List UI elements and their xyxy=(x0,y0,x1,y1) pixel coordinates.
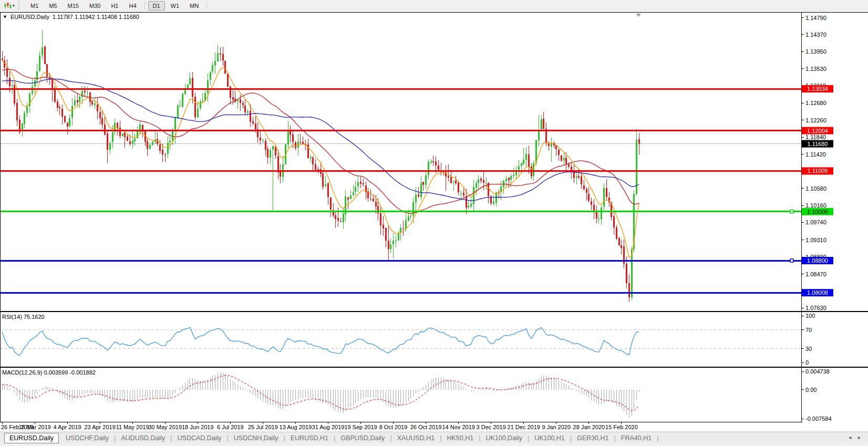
price-tick-label: 1.11840 xyxy=(805,134,826,140)
rsi-panel-divider[interactable] xyxy=(0,311,868,312)
timeframe-button-H4[interactable]: H4 xyxy=(124,1,141,11)
macd-indicator-label: MACD(12,26,9) 0.003599 -0.001882 xyxy=(2,369,96,376)
price-tick-label: 1.13950 xyxy=(805,48,826,55)
chart-title: ▼ EURUSD,Daily 1.11787 1.11942 1.11408 1… xyxy=(3,14,139,20)
price-line-label-text: 1.08800 xyxy=(807,257,828,264)
date-tick-label: 19 Sep 2019 xyxy=(344,424,377,430)
timeframe-button-M15[interactable]: M15 xyxy=(63,1,84,11)
rsi-tick-label: 30 xyxy=(805,346,812,352)
chart-tab-EURUSD-H1[interactable]: EURUSD,H1 xyxy=(286,433,333,443)
price-tick-label: 1.08470 xyxy=(805,271,826,277)
date-tick-label: 3 Dec 2019 xyxy=(477,424,506,430)
chart-tab-USDCNH-Daily[interactable]: USDCNH,Daily xyxy=(229,433,283,443)
date-tick-label: 31 Aug 2019 xyxy=(312,424,345,430)
date-tick-label: 6 Jul 2019 xyxy=(217,424,244,430)
date-tick-label: 18 Jun 2019 xyxy=(182,424,214,430)
chart-tab-FRA40-H1[interactable]: FRA40,H1 xyxy=(616,433,656,443)
top-toolbar: ▾ M1M5M15M30H1H4D1W1MN xyxy=(0,0,868,11)
date-tick-label: 30 May 2019 xyxy=(148,424,182,430)
date-tick-label: 13 Aug 2019 xyxy=(280,424,312,430)
price-tick-label: 1.10160 xyxy=(805,202,826,209)
price-tick-label: 1.14370 xyxy=(805,32,826,38)
price-tick-label: 1.11420 xyxy=(805,151,826,158)
price-tick-label: 1.10580 xyxy=(805,185,826,192)
date-tick-label: 9 Jan 2020 xyxy=(542,424,571,430)
macd-panel-divider[interactable] xyxy=(0,367,868,368)
date-tick-label: 23 Apr 2019 xyxy=(84,424,115,430)
macd-tick-label: 0.004738 xyxy=(805,368,830,375)
price-line-label-text: 1.11009 xyxy=(808,168,828,174)
status-bar xyxy=(0,443,868,446)
date-tick-label: 14 Nov 2019 xyxy=(442,424,474,430)
chart-tab-HK50-H1[interactable]: HK50,H1 xyxy=(442,433,478,443)
rsi-indicator-label: RSI(14) 75.1620 xyxy=(2,314,45,320)
date-tick-label: 26 Oct 2019 xyxy=(410,424,442,430)
chart-tab-USDCHF-Daily[interactable]: USDCHF,Daily xyxy=(61,433,113,443)
price-line-label-text: 1.12004 xyxy=(807,128,828,134)
chart-tab-GER30-H1[interactable]: GER30,H1 xyxy=(572,433,613,443)
price-tick-label: 1.14790 xyxy=(805,15,826,21)
date-tick-label: 15 Feb 2020 xyxy=(605,424,638,430)
chart-canvas[interactable]: 1.147901.143701.139501.135301.131101.126… xyxy=(0,0,868,432)
macd-tick-label: -0.007584 xyxy=(805,416,832,422)
chart-tab-UK100-H1[interactable]: UK100,H1 xyxy=(530,433,570,443)
chart-type-button[interactable]: ▾ xyxy=(2,2,16,10)
chart-background xyxy=(0,12,868,431)
date-tick-label: 8 Oct 2019 xyxy=(379,424,408,430)
chart-symbol-label: EURUSD,Daily xyxy=(11,14,49,20)
timeframe-button-group: M1M5M15M30H1H4D1W1MN xyxy=(25,1,210,11)
date-tick-label: 21 Dec 2019 xyxy=(508,424,540,430)
tab-divider: | xyxy=(656,434,659,442)
price-tick-label: 1.12680 xyxy=(805,100,826,106)
tab-scroll-right-icon[interactable]: ▸ xyxy=(858,434,861,440)
line-handle[interactable] xyxy=(790,259,793,262)
date-tick-label: 25 Jul 2019 xyxy=(248,424,278,430)
timeframe-button-M5[interactable]: M5 xyxy=(44,1,61,11)
price-line-label-text: 1.08008 xyxy=(807,289,828,296)
price-tick-label: 1.13530 xyxy=(805,66,826,72)
timeframe-button-H1[interactable]: H1 xyxy=(106,1,123,11)
timeframe-button-MN[interactable]: MN xyxy=(185,1,203,11)
macd-tick-label: 0.00 xyxy=(805,387,817,393)
timeframe-button-M1[interactable]: M1 xyxy=(26,1,43,11)
chart-tab-AUDUSD-Daily[interactable]: AUDUSD,Daily xyxy=(116,433,170,443)
price-line-label-text: 1.13034 xyxy=(807,86,828,92)
chart-tab-USDCAD-Daily[interactable]: USDCAD,Daily xyxy=(173,433,226,443)
line-handle[interactable] xyxy=(790,210,793,213)
candlestick-chart-icon xyxy=(4,2,12,9)
current-price-label-text: 1.11680 xyxy=(808,141,828,147)
rsi-tick-label: 0 xyxy=(805,359,809,366)
timeframe-button-W1[interactable]: W1 xyxy=(166,1,184,11)
tab-scroll-arrows: ◂ ▸ xyxy=(843,434,861,440)
price-tick-label: 1.09740 xyxy=(805,219,826,225)
price-tick-label: 1.07630 xyxy=(805,305,826,311)
chart-tab-GBPUSD-Daily[interactable]: GBPUSD,Daily xyxy=(336,433,389,443)
chart-tabs: EURUSD,DailyUSDCHF,Daily|AUDUSD,Daily|US… xyxy=(0,433,659,443)
chart-tab-EURUSD-Daily[interactable]: EURUSD,Daily xyxy=(4,433,59,443)
price-tick-label: 1.12260 xyxy=(805,117,826,123)
chart-tabs-bar: EURUSD,DailyUSDCHF,Daily|AUDUSD,Daily|US… xyxy=(0,432,868,443)
rsi-tick-label: 100 xyxy=(805,313,815,319)
date-tick-label: 28 Jan 2020 xyxy=(573,424,605,430)
tab-scroll-left-icon[interactable]: ◂ xyxy=(849,434,851,440)
date-tick-label: 16 Mar 2019 xyxy=(18,424,51,430)
timeframe-button-M30[interactable]: M30 xyxy=(85,1,105,11)
toolbar-drag-handle[interactable] xyxy=(18,2,22,9)
chart-ohlc-values: 1.11787 1.11942 1.11408 1.11680 xyxy=(53,14,139,20)
rsi-tick-label: 70 xyxy=(805,327,812,333)
chart-tab-UK100-Daily[interactable]: UK100,Daily xyxy=(481,433,526,443)
date-tick-label: 11 May 2019 xyxy=(116,424,149,430)
date-tick-label: 4 Apr 2019 xyxy=(53,424,81,430)
chevron-down-icon[interactable]: ▾ xyxy=(13,3,15,8)
timeframe-button-D1[interactable]: D1 xyxy=(148,1,165,11)
chart-tab-XAUUSD-H1[interactable]: XAUUSD,H1 xyxy=(392,433,440,443)
collapse-triangle-icon[interactable]: ▼ xyxy=(3,14,7,19)
price-line-label-text: 1.10008 xyxy=(807,209,828,215)
price-tick-label: 1.09310 xyxy=(805,237,826,243)
